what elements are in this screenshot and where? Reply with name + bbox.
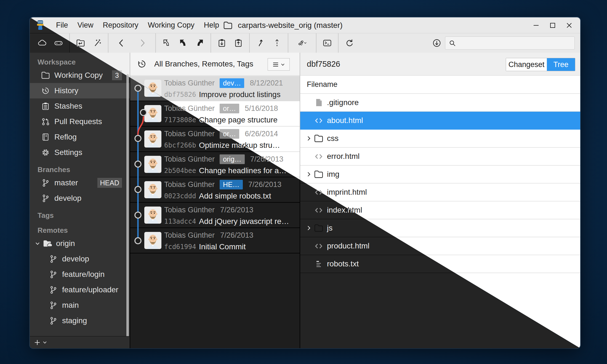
add-repository-button[interactable]	[34, 339, 41, 346]
text-file-icon	[314, 259, 324, 269]
branch-badge: or…	[220, 104, 239, 113]
minimize-button[interactable]	[528, 17, 544, 33]
sidebar-item-branch-develop[interactable]: develop	[30, 191, 130, 206]
menu-view[interactable]: View	[73, 21, 98, 30]
file-row[interactable]: .gitignore	[300, 94, 580, 112]
commit-date: 5/16/2018	[245, 104, 278, 113]
branch-icon	[49, 301, 58, 310]
file-row[interactable]: error.html	[300, 148, 580, 165]
menu-help[interactable]: Help	[199, 21, 224, 30]
sidebar-item-remote-origin[interactable]: origin	[30, 236, 130, 251]
sidebar-item-origin-feature-uploader[interactable]: feature/uploader	[30, 282, 130, 298]
quick-action-wand-button[interactable]	[90, 36, 104, 50]
sidebar-item-reflog[interactable]: Reflog	[30, 129, 130, 145]
branch-icon	[49, 270, 58, 279]
add-menu-chevron-icon[interactable]	[42, 340, 47, 345]
compare-branches-button[interactable]	[292, 36, 312, 50]
sidebar-item-pull-requests[interactable]: Pull Requests	[30, 114, 130, 129]
unstash-button[interactable]	[231, 36, 245, 50]
window-title: carparts-website_orig (master)	[223, 17, 343, 33]
commit-row[interactable]: Tobias GüntherHE…7/26/2013 0023cdddAdd s…	[130, 177, 300, 203]
search-input[interactable]	[458, 39, 574, 48]
chevron-right-icon	[306, 225, 312, 231]
file-row[interactable]: imprint.html	[300, 183, 580, 201]
local-drive-button[interactable]	[52, 36, 65, 50]
menu-repository[interactable]: Repository	[98, 21, 143, 30]
hamburger-icon	[272, 61, 279, 68]
file-row-selected[interactable]: about.html	[300, 112, 580, 130]
sidebar-header-tags: Tags	[30, 210, 130, 221]
stash-button[interactable]	[215, 36, 229, 50]
sidebar-scrollbar-thumb[interactable]	[126, 74, 129, 344]
merge-button[interactable]	[254, 36, 267, 50]
pull-button[interactable]	[176, 36, 190, 50]
commit-date: 6/26/2014	[245, 130, 278, 138]
branch-icon	[49, 285, 58, 295]
commit-author: Tobias Günther	[164, 206, 215, 214]
toolbar-separator	[288, 33, 288, 53]
menu-file[interactable]: File	[51, 21, 73, 30]
commit-hash: dbf75826	[164, 91, 198, 98]
toolbar-separator	[316, 33, 316, 53]
sidebar-item-stashes[interactable]: Stashes	[30, 98, 130, 114]
commit-hash: fcd61994	[164, 243, 198, 251]
commit-author: Tobias Günther	[164, 79, 215, 87]
commit-hash: 113adcc4	[164, 218, 198, 225]
sidebar-item-working-copy[interactable]: Working Copy 3	[30, 68, 130, 83]
search-box	[445, 36, 575, 50]
view-mode-switch: Changeset Tree	[506, 58, 575, 71]
toolbar-separator	[108, 33, 108, 53]
code-file-icon	[314, 151, 324, 161]
sidebar-item-origin-develop[interactable]: develop	[30, 251, 130, 267]
commit-row[interactable]: Tobias Günther7/26/2013 113adcc4Add jQue…	[130, 203, 300, 228]
commit-subject: Change page structure	[199, 116, 278, 124]
branch-badge: orig…	[220, 154, 245, 164]
commit-row[interactable]: Tobias Günther7/26/2013 fcd61994Initial …	[130, 228, 300, 253]
sidebar-item-history[interactable]: History	[30, 83, 130, 98]
sidebar-bottom-bar	[30, 336, 130, 348]
changeset-tab[interactable]: Changeset	[506, 58, 547, 71]
avatar	[144, 232, 161, 249]
branch-icon	[49, 316, 58, 325]
forward-button[interactable]	[133, 36, 151, 50]
terminal-button[interactable]	[320, 36, 334, 50]
file-icon	[314, 98, 324, 108]
commit-hash: 7173808e	[164, 116, 198, 124]
fetch-button[interactable]	[160, 36, 174, 50]
push-button[interactable]	[193, 36, 207, 50]
remote-cloud-button[interactable]	[35, 36, 49, 50]
maximize-button[interactable]	[544, 17, 561, 33]
rebase-button[interactable]	[270, 36, 284, 50]
titlebar[interactable]: File View Repository Working Copy Help c…	[30, 17, 580, 33]
code-file-icon	[314, 241, 324, 251]
sidebar: Workspace Working Copy 3 History Stashes…	[30, 53, 130, 348]
chevron-down-icon	[281, 62, 285, 67]
toolbar	[30, 33, 580, 53]
avatar	[144, 105, 161, 122]
folder-row[interactable]: img	[300, 165, 580, 183]
commit-date: 7/26/2013	[220, 206, 253, 214]
sidebar-item-origin-staging[interactable]: staging	[30, 313, 130, 328]
window-title-text: carparts-website_orig (master)	[238, 21, 343, 30]
desktop-background: File View Repository Working Copy Help c…	[0, 0, 607, 364]
sidebar-item-origin-main[interactable]: main	[30, 298, 130, 313]
sidebar-item-settings[interactable]: Settings	[30, 145, 130, 160]
refresh-button[interactable]	[342, 36, 356, 50]
filename-column-header: Filename	[300, 76, 580, 94]
menu-working-copy[interactable]: Working Copy	[143, 21, 199, 30]
fetch-all-button[interactable]	[430, 36, 444, 50]
avatar	[144, 156, 161, 173]
folder-icon	[41, 71, 50, 80]
tree-tab[interactable]: Tree	[547, 58, 575, 71]
commit-date: 7/26/2013	[248, 180, 281, 189]
sidebar-item-origin-feature-login[interactable]: feature/login	[30, 267, 130, 282]
detail-header: dbf75826 Changeset Tree	[300, 53, 580, 76]
folder-row[interactable]: css	[300, 130, 580, 148]
sidebar-item-branch-master[interactable]: master HEAD	[30, 175, 130, 191]
back-button[interactable]	[112, 36, 131, 50]
close-button[interactable]	[561, 17, 577, 33]
history-options-button[interactable]	[268, 58, 290, 71]
toolbar-separator	[338, 33, 339, 53]
sidebar-history-divider[interactable]	[130, 53, 130, 348]
folder-icon	[314, 133, 324, 143]
